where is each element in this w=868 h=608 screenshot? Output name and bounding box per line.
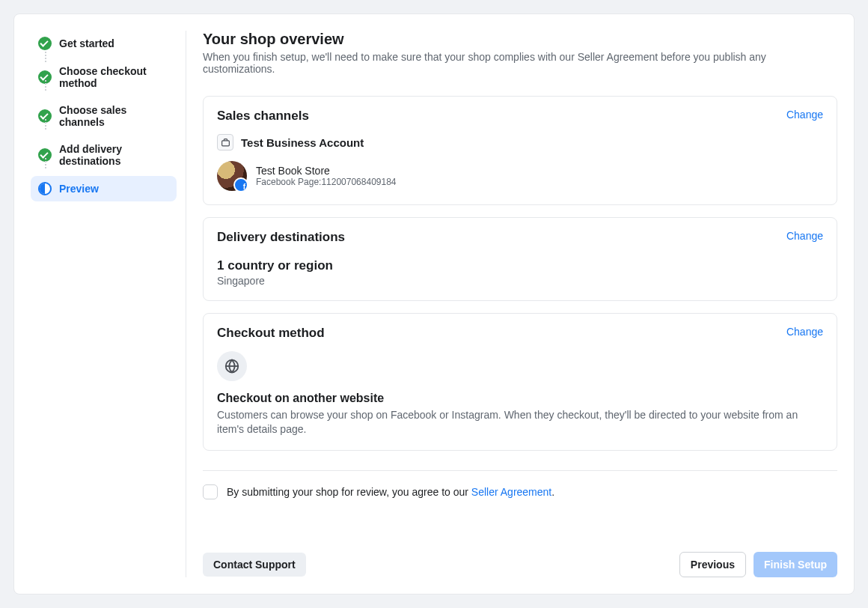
step-label: Choose sales channels	[59, 104, 169, 128]
setup-sidebar: Get started Choose checkout method Choos…	[31, 31, 186, 577]
step-label: Choose checkout method	[59, 65, 169, 89]
step-checkout-method[interactable]: Choose checkout method	[31, 59, 177, 95]
business-name: Test Business Account	[241, 136, 364, 149]
section-title: Sales channels	[217, 109, 309, 124]
contact-support-button[interactable]: Contact Support	[203, 553, 306, 577]
step-label: Get started	[59, 37, 114, 49]
page-subtext: Facebook Page:112007068409184	[256, 177, 397, 187]
change-checkout-link[interactable]: Change	[786, 326, 823, 338]
delivery-country: Singapore	[217, 275, 823, 287]
check-icon	[38, 37, 52, 50]
delivery-destinations-section: Delivery destinations Change 1 country o…	[203, 217, 837, 301]
sales-channels-section: Sales channels Change Test Business Acco…	[203, 96, 837, 205]
checkout-method-title: Checkout on another website	[217, 392, 823, 405]
seller-agreement-link[interactable]: Seller Agreement	[471, 486, 551, 498]
step-sales-channels[interactable]: Choose sales channels	[31, 98, 177, 134]
step-delivery-destinations[interactable]: Add delivery destinations	[31, 137, 177, 173]
finish-setup-button[interactable]: Finish Setup	[754, 552, 837, 577]
step-label: Preview	[59, 183, 99, 195]
agreement-row: By submitting your shop for review, you …	[203, 484, 837, 499]
page-title: Your shop overview	[203, 31, 837, 48]
change-delivery-link[interactable]: Change	[786, 230, 823, 242]
previous-button[interactable]: Previous	[679, 552, 746, 577]
change-sales-channels-link[interactable]: Change	[786, 109, 823, 121]
page-avatar: f	[217, 161, 247, 191]
section-title: Checkout method	[217, 326, 325, 341]
globe-icon	[217, 351, 247, 381]
half-circle-icon	[38, 182, 52, 195]
divider	[203, 470, 837, 471]
section-title: Delivery destinations	[217, 230, 345, 245]
step-get-started[interactable]: Get started	[31, 31, 177, 56]
step-label: Add delivery destinations	[59, 143, 169, 167]
checkout-method-section: Checkout method Change Checkout on anoth…	[203, 313, 837, 451]
facebook-page-row: f Test Book Store Facebook Page:11200706…	[217, 161, 823, 191]
briefcase-icon	[217, 134, 233, 151]
delivery-count: 1 country or region	[217, 258, 823, 273]
agreement-checkbox[interactable]	[203, 484, 218, 499]
svg-rect-0	[221, 140, 229, 145]
business-account-row: Test Business Account	[217, 134, 823, 151]
step-preview[interactable]: Preview	[31, 176, 177, 201]
page-subtitle: When you finish setup, we'll need to mak…	[203, 51, 837, 75]
footer: Contact Support Previous Finish Setup	[203, 528, 837, 577]
checkout-method-description: Customers can browse your shop on Facebo…	[217, 408, 823, 437]
agreement-text: By submitting your shop for review, you …	[227, 486, 554, 498]
main-content: Your shop overview When you finish setup…	[186, 31, 837, 577]
page-name: Test Book Store	[256, 165, 397, 177]
